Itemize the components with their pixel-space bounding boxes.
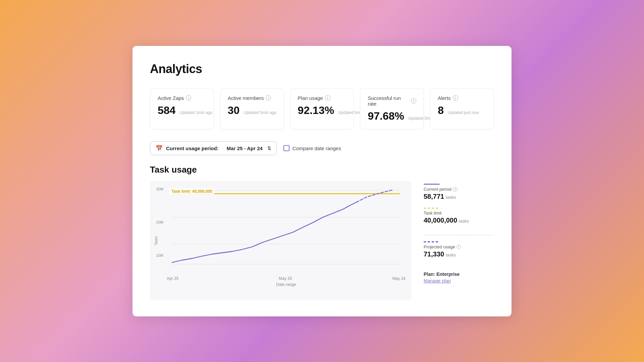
chart-x-labels: Apr 25 May 20 May 24	[167, 274, 406, 281]
current-period-title: Current period i	[424, 187, 494, 192]
alerts-updated: Updated just now	[448, 110, 479, 115]
projected-usage-title: Projected usage i	[424, 244, 494, 249]
active-zaps-label: Active Zaps	[158, 95, 184, 101]
calendar-icon: 📅	[156, 145, 163, 152]
alerts-label: Alerts	[438, 95, 450, 101]
projected-usage-value: 71,330	[424, 250, 444, 258]
run-rate-info-icon[interactable]: i	[411, 98, 416, 104]
y-axis-title: Tasks	[154, 236, 158, 245]
plan-section: Plan: Enterprise Manage plan	[424, 272, 494, 284]
metric-card-active-zaps: Active Zaps i 584 Updated 1min ago	[150, 88, 214, 129]
compare-date-row[interactable]: Compare date ranges	[283, 145, 341, 151]
period-label: Current usage period:	[166, 145, 219, 151]
projected-usage-info-icon[interactable]: i	[457, 245, 461, 249]
run-rate-value-row: 97.68% Updated 5min ago	[368, 110, 416, 122]
metric-header-active-zaps: Active Zaps i	[158, 95, 206, 101]
current-period-line-indicator	[424, 184, 440, 185]
active-zaps-updated: Updated 1min ago	[179, 110, 212, 115]
metric-header-plan-usage: Plan usage i	[298, 95, 346, 101]
period-row: 📅 Current usage period: Mar 25 - Apr 24 …	[150, 141, 494, 155]
chevron-up-down-icon: ⇅	[267, 146, 271, 151]
metrics-row: Active Zaps i 584 Updated 1min ago Activ…	[150, 88, 494, 129]
legend-projected-usage: Projected usage i 71,330 tasks	[424, 241, 494, 258]
task-usage-title: Task usage	[150, 165, 494, 175]
active-members-updated: Updated 5min ago	[244, 110, 276, 115]
alerts-value-row: 8 Updated just now	[438, 104, 486, 117]
metric-card-alerts: Alerts i 8 Updated just now	[430, 88, 494, 129]
manage-plan-link[interactable]: Manage plan	[424, 278, 494, 284]
current-period-value-row: 58,771 tasks	[424, 193, 494, 200]
projected-usage-unit: tasks	[446, 252, 456, 257]
task-limit-value-row: 40,000,000 tasks	[424, 217, 494, 224]
task-limit-line-indicator	[424, 208, 440, 208]
period-selector-button[interactable]: 📅 Current usage period: Mar 25 - Apr 24 …	[150, 141, 277, 155]
active-zaps-value-row: 584 Updated 1min ago	[158, 104, 206, 117]
task-limit-value: 40,000,000	[424, 217, 457, 224]
plan-usage-value: 92.13%	[298, 104, 334, 117]
current-period-unit: tasks	[446, 195, 456, 200]
main-card: Analytics Active Zaps i 584 Updated 1min…	[132, 46, 512, 316]
usage-line-dashed	[357, 190, 393, 202]
chart-svg-element	[167, 187, 406, 267]
legend-task-limit: Task limit 40,000,000 tasks	[424, 208, 494, 224]
chart-area: Task limit: 40,000,000 30M 20M 10M Tasks	[150, 181, 494, 300]
run-rate-value: 97.68%	[368, 110, 404, 122]
alerts-value: 8	[438, 104, 444, 117]
task-limit-title: Task limit	[424, 210, 494, 216]
period-range: Mar 25 - Apr 24	[227, 145, 263, 151]
active-members-info-icon[interactable]: i	[266, 95, 271, 101]
chart-legend-side: Current period i 58,771 tasks Task limit	[424, 181, 494, 284]
plan-label: Plan: Enterprise	[424, 272, 494, 277]
compare-checkbox[interactable]	[283, 145, 289, 151]
metric-header-alerts: Alerts i	[438, 95, 486, 101]
legend-divider	[424, 235, 494, 235]
projected-usage-value-row: 71,330 tasks	[424, 250, 494, 258]
chart-svg	[167, 187, 406, 274]
active-zaps-info-icon[interactable]: i	[186, 95, 191, 101]
metric-card-active-members: Active members i 30 Updated 5min ago	[220, 88, 284, 129]
usage-line-solid	[172, 202, 357, 262]
active-zaps-value: 584	[158, 104, 175, 117]
x-axis-title: Date range	[167, 282, 406, 287]
alerts-info-icon[interactable]: i	[453, 95, 458, 101]
run-rate-label: Successful run rate	[368, 95, 409, 107]
active-members-value: 30	[228, 104, 240, 117]
task-usage-section: Task usage Task limit: 40,000,000 30M 20…	[150, 165, 494, 300]
x-label-apr25: Apr 25	[167, 276, 178, 281]
y-label-10m: 10M	[156, 253, 163, 257]
compare-label: Compare date ranges	[292, 145, 341, 151]
task-limit-unit: tasks	[459, 219, 469, 224]
metric-card-plan-usage: Plan usage i 92.13% Updated 5min ago	[290, 88, 354, 129]
x-label-may24: May 24	[392, 276, 406, 281]
plan-usage-label: Plan usage	[298, 95, 323, 101]
x-label-may20: May 20	[279, 276, 292, 281]
current-period-info-icon[interactable]: i	[453, 187, 458, 191]
metric-card-run-rate: Successful run rate i 97.68% Updated 5mi…	[360, 88, 424, 129]
page-title: Analytics	[150, 62, 494, 76]
plan-usage-info-icon[interactable]: i	[325, 95, 330, 101]
task-limit-label-overlay: Task limit: 40,000,000	[169, 188, 214, 194]
projected-line-indicator	[424, 241, 440, 242]
y-label-30m: 30M	[156, 187, 163, 191]
current-period-value: 58,771	[424, 193, 444, 200]
active-members-value-row: 30 Updated 5min ago	[228, 104, 276, 117]
chart-container: Task limit: 40,000,000 30M 20M 10M Tasks	[150, 181, 412, 300]
plan-usage-value-row: 92.13% Updated 5min ago	[298, 104, 346, 117]
active-members-label: Active members	[228, 95, 264, 101]
metric-header-active-members: Active members i	[228, 95, 276, 101]
y-label-20m: 20M	[156, 220, 163, 224]
metric-header-run-rate: Successful run rate i	[368, 95, 416, 107]
legend-current-period: Current period i 58,771 tasks	[424, 184, 494, 200]
